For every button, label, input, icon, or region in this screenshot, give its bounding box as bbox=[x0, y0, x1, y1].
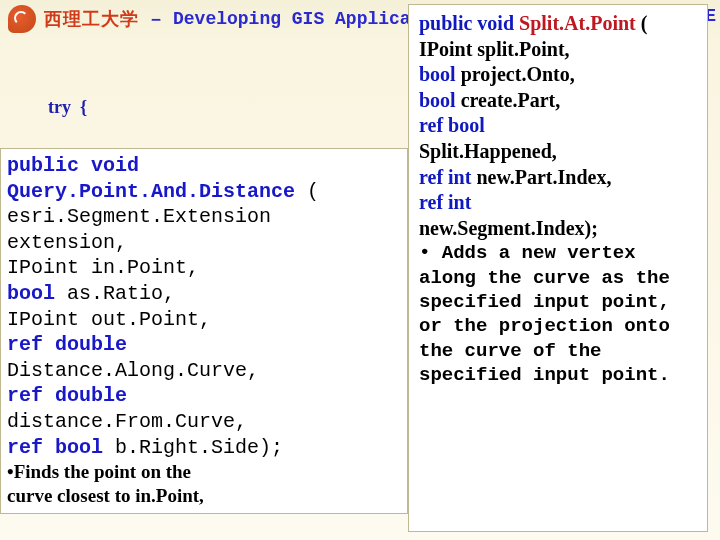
signature-line: IPoint in.Point, bbox=[7, 255, 401, 281]
keyword: try { bbox=[48, 97, 87, 117]
signature-line: extension, bbox=[7, 230, 401, 256]
signature-line: IPoint out.Point, bbox=[7, 307, 401, 333]
signature-line: ref int new.Part.Index, bbox=[419, 165, 699, 191]
signature-line: bool create.Part, bbox=[419, 88, 699, 114]
signature-line: ref int bbox=[419, 190, 699, 216]
header-separator: － bbox=[147, 7, 165, 31]
bullet-description: curve closest to in.Point, bbox=[7, 484, 401, 508]
callout-query-point-and-distance: public void Query.Point.And.Distance ( e… bbox=[0, 148, 408, 514]
callout-split-at-point: public void Split.At.Point ( IPoint spli… bbox=[408, 4, 708, 532]
bullet-description: the curve of the bbox=[419, 339, 699, 363]
bullet-description: or the projection onto bbox=[419, 314, 699, 338]
signature-line: Distance.Along.Curve, bbox=[7, 358, 401, 384]
signature-line: Split.Happened, bbox=[419, 139, 699, 165]
university-logo-icon bbox=[8, 5, 36, 33]
signature-line: ref bool b.Right.Side); bbox=[7, 435, 401, 461]
signature-line: ref double bbox=[7, 383, 401, 409]
signature-line: bool project.Onto, bbox=[419, 62, 699, 88]
bullet-description: specified input point. bbox=[419, 363, 699, 387]
signature-line: public void bbox=[7, 153, 401, 179]
signature-line: ref double bbox=[7, 332, 401, 358]
course-title: Developing GIS Applicat bbox=[173, 9, 421, 29]
signature-line: esri.Segment.Extension bbox=[7, 204, 401, 230]
logo-box bbox=[8, 5, 36, 33]
bullet-description: • Adds a new vertex bbox=[419, 241, 699, 265]
bullet-description: specified input point, bbox=[419, 290, 699, 314]
signature-line: new.Segment.Index); bbox=[419, 216, 699, 242]
signature-line: bool as.Ratio, bbox=[7, 281, 401, 307]
signature-line: Query.Point.And.Distance ( bbox=[7, 179, 401, 205]
signature-line: distance.From.Curve, bbox=[7, 409, 401, 435]
bullet-description: along the curve as the bbox=[419, 266, 699, 290]
university-name: 西理工大学 bbox=[44, 7, 139, 31]
signature-line: ref bool bbox=[419, 113, 699, 139]
signature-line: IPoint split.Point, bbox=[419, 37, 699, 63]
bullet-description: •Finds the point on the bbox=[7, 460, 401, 484]
signature-line: public void Split.At.Point ( bbox=[419, 11, 699, 37]
